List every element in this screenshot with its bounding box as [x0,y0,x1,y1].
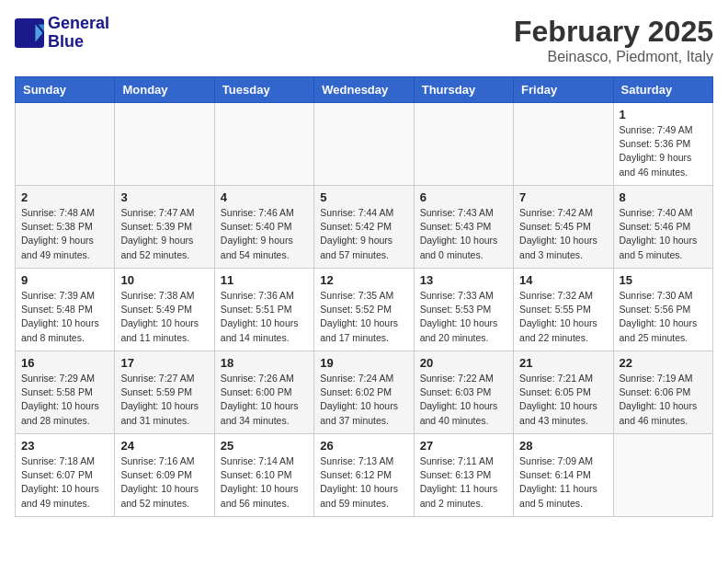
table-row: 23Sunrise: 7:18 AM Sunset: 6:07 PM Dayli… [16,434,115,517]
table-row: 21Sunrise: 7:21 AM Sunset: 6:05 PM Dayli… [514,351,613,434]
day-number: 2 [21,190,108,204]
day-number: 9 [21,273,108,287]
day-number: 14 [519,273,607,287]
day-number: 10 [120,273,208,287]
table-row [115,103,214,186]
table-row: 15Sunrise: 7:30 AM Sunset: 5:56 PM Dayli… [613,269,712,351]
day-number: 19 [320,356,407,370]
col-thursday: Thursday [414,77,513,103]
table-row: 7Sunrise: 7:42 AM Sunset: 5:45 PM Daylig… [514,186,613,269]
day-info: Sunrise: 7:39 AM Sunset: 5:48 PM Dayligh… [21,289,108,345]
table-row: 28Sunrise: 7:09 AM Sunset: 6:14 PM Dayli… [514,434,613,517]
day-number: 17 [120,356,208,370]
day-number: 26 [320,439,407,453]
header-row: Sunday Monday Tuesday Wednesday Thursday… [16,77,713,103]
day-info: Sunrise: 7:44 AM Sunset: 5:42 PM Dayligh… [320,206,407,262]
day-number: 7 [519,190,607,204]
day-number: 21 [519,356,607,370]
calendar-week-5: 23Sunrise: 7:18 AM Sunset: 6:07 PM Dayli… [16,434,713,517]
col-wednesday: Wednesday [314,77,414,103]
table-row: 8Sunrise: 7:40 AM Sunset: 5:46 PM Daylig… [613,186,712,269]
table-row [16,103,115,186]
col-tuesday: Tuesday [214,77,313,103]
day-info: Sunrise: 7:11 AM Sunset: 6:13 PM Dayligh… [420,454,507,511]
col-monday: Monday [115,77,214,103]
day-number: 27 [420,439,507,453]
logo-icon [15,18,44,48]
day-info: Sunrise: 7:40 AM Sunset: 5:46 PM Dayligh… [620,206,707,262]
table-row: 24Sunrise: 7:16 AM Sunset: 6:09 PM Dayli… [115,434,214,517]
day-info: Sunrise: 7:30 AM Sunset: 5:56 PM Dayligh… [620,289,707,345]
calendar-body: 1Sunrise: 7:49 AM Sunset: 5:36 PM Daylig… [16,103,713,517]
day-info: Sunrise: 7:29 AM Sunset: 5:58 PM Dayligh… [21,372,108,428]
table-row: 11Sunrise: 7:36 AM Sunset: 5:51 PM Dayli… [214,269,313,351]
table-row: 27Sunrise: 7:11 AM Sunset: 6:13 PM Dayli… [414,434,513,517]
table-row: 20Sunrise: 7:22 AM Sunset: 6:03 PM Dayli… [414,351,513,434]
day-number: 5 [320,190,407,204]
table-row [314,103,414,186]
day-info: Sunrise: 7:09 AM Sunset: 6:14 PM Dayligh… [519,454,607,511]
table-row: 13Sunrise: 7:33 AM Sunset: 5:53 PM Dayli… [414,269,513,351]
day-number: 24 [120,439,208,453]
table-row: 1Sunrise: 7:49 AM Sunset: 5:36 PM Daylig… [613,103,712,186]
table-row: 14Sunrise: 7:32 AM Sunset: 5:55 PM Dayli… [514,269,613,351]
calendar-table: Sunday Monday Tuesday Wednesday Thursday… [15,76,713,517]
day-info: Sunrise: 7:49 AM Sunset: 5:36 PM Dayligh… [620,123,707,179]
day-number: 8 [620,190,707,204]
table-row: 16Sunrise: 7:29 AM Sunset: 5:58 PM Dayli… [16,351,115,434]
day-info: Sunrise: 7:47 AM Sunset: 5:39 PM Dayligh… [120,206,208,262]
day-number: 3 [120,190,208,204]
day-info: Sunrise: 7:13 AM Sunset: 6:12 PM Dayligh… [320,454,407,511]
day-number: 20 [420,356,507,370]
table-row: 6Sunrise: 7:43 AM Sunset: 5:43 PM Daylig… [414,186,513,269]
table-row: 2Sunrise: 7:48 AM Sunset: 5:38 PM Daylig… [16,186,115,269]
calendar-week-2: 2Sunrise: 7:48 AM Sunset: 5:38 PM Daylig… [16,186,713,269]
day-number: 22 [620,356,707,370]
col-saturday: Saturday [613,77,712,103]
day-info: Sunrise: 7:42 AM Sunset: 5:45 PM Dayligh… [519,206,607,262]
month-year: February 2025 [514,15,713,49]
table-row: 9Sunrise: 7:39 AM Sunset: 5:48 PM Daylig… [16,269,115,351]
table-row: 22Sunrise: 7:19 AM Sunset: 6:06 PM Dayli… [613,351,712,434]
day-number: 6 [420,190,507,204]
day-number: 16 [21,356,108,370]
table-row: 19Sunrise: 7:24 AM Sunset: 6:02 PM Dayli… [314,351,414,434]
day-info: Sunrise: 7:14 AM Sunset: 6:10 PM Dayligh… [221,454,308,511]
table-row [414,103,513,186]
day-info: Sunrise: 7:21 AM Sunset: 6:05 PM Dayligh… [519,372,607,428]
logo-line2: Blue [48,33,109,52]
table-row [214,103,313,186]
table-row [613,434,712,517]
day-info: Sunrise: 7:32 AM Sunset: 5:55 PM Dayligh… [519,289,607,345]
day-number: 18 [221,356,308,370]
calendar-week-1: 1Sunrise: 7:49 AM Sunset: 5:36 PM Daylig… [16,103,713,186]
day-info: Sunrise: 7:18 AM Sunset: 6:07 PM Dayligh… [21,454,108,511]
day-info: Sunrise: 7:35 AM Sunset: 5:52 PM Dayligh… [320,289,407,345]
table-row: 25Sunrise: 7:14 AM Sunset: 6:10 PM Dayli… [214,434,313,517]
day-number: 11 [221,273,308,287]
day-info: Sunrise: 7:27 AM Sunset: 5:59 PM Dayligh… [120,372,208,428]
table-row: 26Sunrise: 7:13 AM Sunset: 6:12 PM Dayli… [314,434,414,517]
day-info: Sunrise: 7:22 AM Sunset: 6:03 PM Dayligh… [420,372,507,428]
table-row: 18Sunrise: 7:26 AM Sunset: 6:00 PM Dayli… [214,351,313,434]
table-row: 5Sunrise: 7:44 AM Sunset: 5:42 PM Daylig… [314,186,414,269]
day-number: 15 [620,273,707,287]
logo-line1: General [48,15,109,33]
col-friday: Friday [514,77,613,103]
day-info: Sunrise: 7:38 AM Sunset: 5:49 PM Dayligh… [120,289,208,345]
day-info: Sunrise: 7:48 AM Sunset: 5:38 PM Dayligh… [21,206,108,262]
table-row: 17Sunrise: 7:27 AM Sunset: 5:59 PM Dayli… [115,351,214,434]
table-row [514,103,613,186]
day-number: 1 [620,108,707,121]
day-info: Sunrise: 7:33 AM Sunset: 5:53 PM Dayligh… [420,289,507,345]
day-info: Sunrise: 7:24 AM Sunset: 6:02 PM Dayligh… [320,372,407,428]
table-row: 12Sunrise: 7:35 AM Sunset: 5:52 PM Dayli… [314,269,414,351]
day-info: Sunrise: 7:36 AM Sunset: 5:51 PM Dayligh… [221,289,308,345]
day-info: Sunrise: 7:43 AM Sunset: 5:43 PM Dayligh… [420,206,507,262]
calendar-week-4: 16Sunrise: 7:29 AM Sunset: 5:58 PM Dayli… [16,351,713,434]
col-sunday: Sunday [16,77,115,103]
day-info: Sunrise: 7:46 AM Sunset: 5:40 PM Dayligh… [221,206,308,262]
location: Beinasco, Piedmont, Italy [514,49,713,65]
day-number: 25 [221,439,308,453]
table-row: 4Sunrise: 7:46 AM Sunset: 5:40 PM Daylig… [214,186,313,269]
